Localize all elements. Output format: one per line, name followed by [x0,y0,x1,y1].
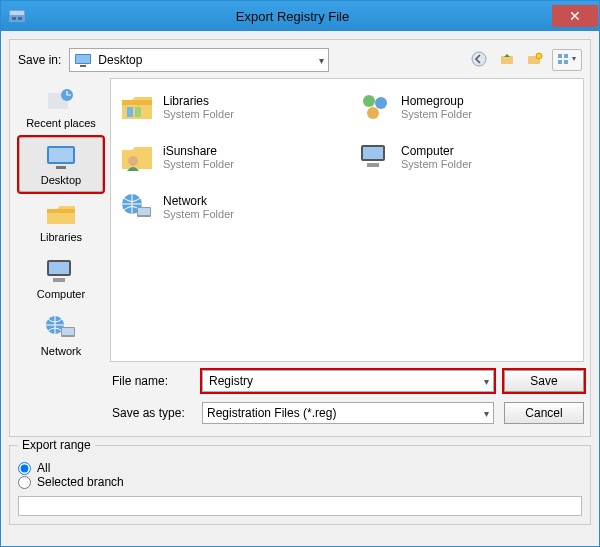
file-item-user[interactable]: iSunshareSystem Folder [119,137,337,177]
file-item-network[interactable]: NetworkSystem Folder [119,187,337,227]
chevron-down-icon[interactable]: ▾ [484,376,489,387]
svg-rect-3 [18,17,22,20]
svg-rect-18 [49,148,73,162]
svg-rect-27 [122,100,152,105]
places-item-desktop[interactable]: Desktop [19,137,103,192]
file-list[interactable]: LibrariesSystem Folder HomegroupSystem F… [110,78,584,362]
item-type: System Folder [163,108,234,120]
file-panel: Save in: Desktop ▾ [9,39,591,437]
branch-input[interactable] [18,496,582,516]
export-range-title: Export range [18,438,95,452]
filename-input[interactable] [207,373,484,389]
dialog-body: Save in: Desktop ▾ [1,31,599,546]
form-rows: File name: ▾ Save Save as type: Registra… [16,368,584,426]
cancel-button[interactable]: Cancel [504,402,584,424]
svg-point-33 [128,156,138,166]
svg-rect-28 [127,107,133,117]
svg-rect-11 [558,54,562,58]
svg-rect-2 [12,17,16,20]
recent-places-icon [43,85,79,115]
nav-toolbar [468,49,582,71]
save-in-value: Desktop [98,53,310,67]
radio-all-label: All [37,461,50,475]
places-label: Computer [37,288,85,300]
filename-combo[interactable]: ▾ [202,370,494,392]
desktop-icon [43,142,79,172]
svg-rect-1 [10,11,24,15]
item-name: Computer [401,144,472,158]
svg-rect-13 [558,60,562,64]
regedit-icon [7,6,27,26]
libraries-icon [119,91,155,123]
back-icon [471,51,487,70]
places-item-recent[interactable]: Recent places [19,80,103,135]
savetype-value: Registration Files (*.reg) [207,406,484,420]
close-icon: ✕ [569,8,581,24]
svg-point-32 [367,107,379,119]
file-item-homegroup[interactable]: HomegroupSystem Folder [357,87,575,127]
svg-rect-20 [47,209,75,213]
svg-rect-19 [56,166,66,169]
svg-rect-12 [564,54,568,58]
svg-rect-23 [53,278,65,282]
svg-rect-6 [80,65,86,67]
close-button[interactable]: ✕ [552,5,598,27]
svg-rect-35 [363,147,383,159]
filename-label: File name: [112,374,192,388]
desktop-icon [74,52,92,68]
svg-point-10 [536,53,542,59]
places-label: Recent places [26,117,96,129]
places-label: Desktop [41,174,81,186]
save-in-combo[interactable]: Desktop ▾ [69,48,329,72]
window-title: Export Registry File [33,9,552,24]
svg-rect-26 [62,328,74,335]
computer-icon [43,256,79,286]
export-range-group: Export range All Selected branch [9,445,591,525]
folder-up-icon [499,51,515,70]
places-item-network[interactable]: Network [19,307,103,362]
item-name: Network [163,194,234,208]
savetype-label: Save as type: [112,406,192,420]
places-label: Libraries [40,231,82,243]
chevron-down-icon[interactable]: ▾ [484,408,489,419]
dialog-window: Export Registry File ✕ Save in: Desktop … [0,0,600,547]
radio-selected-input[interactable] [18,476,31,489]
back-button[interactable] [468,49,490,71]
file-item-computer[interactable]: ComputerSystem Folder [357,137,575,177]
up-button[interactable] [496,49,518,71]
item-type: System Folder [163,208,234,220]
user-folder-icon [119,141,155,173]
new-folder-icon [527,51,543,70]
homegroup-icon [357,91,393,123]
main-area: Recent places Desktop Libraries Computer [16,78,584,362]
libraries-icon [43,199,79,229]
item-name: iSunshare [163,144,234,158]
radio-selected-label: Selected branch [37,475,124,489]
save-in-row: Save in: Desktop ▾ [16,46,584,78]
network-icon [43,313,79,343]
places-item-libraries[interactable]: Libraries [19,194,103,249]
new-folder-button[interactable] [524,49,546,71]
svg-point-30 [363,95,375,107]
svg-rect-36 [367,163,379,167]
svg-rect-5 [76,55,90,63]
svg-rect-39 [138,208,150,215]
file-item-libraries[interactable]: LibrariesSystem Folder [119,87,337,127]
computer-icon [357,141,393,173]
radio-selected-branch[interactable]: Selected branch [18,472,582,492]
savetype-combo[interactable]: Registration Files (*.reg) ▾ [202,402,494,424]
svg-rect-8 [501,56,513,64]
item-type: System Folder [163,158,234,170]
item-name: Libraries [163,94,234,108]
save-button[interactable]: Save [504,370,584,392]
item-type: System Folder [401,108,472,120]
view-menu-icon [556,52,578,69]
view-menu-button[interactable] [552,49,582,71]
svg-rect-22 [49,262,69,274]
network-icon [119,191,155,223]
radio-all-input[interactable] [18,462,31,475]
save-in-label: Save in: [18,53,61,67]
places-item-computer[interactable]: Computer [19,250,103,305]
svg-rect-29 [135,107,141,117]
places-label: Network [41,345,81,357]
